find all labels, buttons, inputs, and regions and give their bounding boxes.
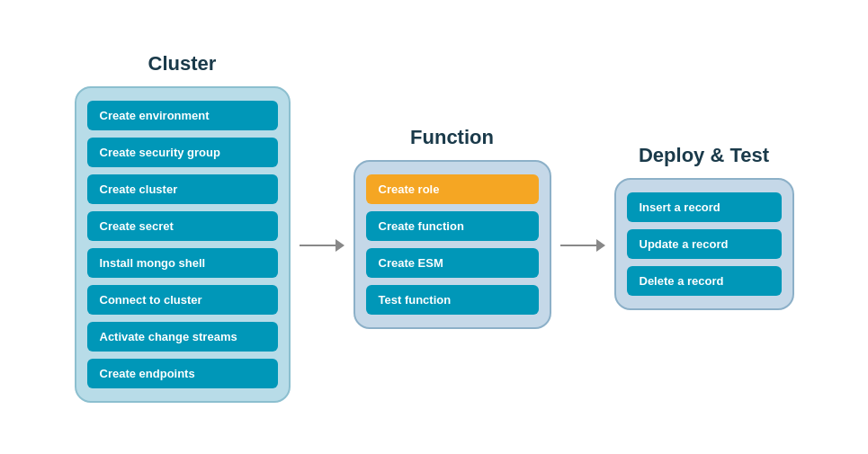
deploy-item-insert-record[interactable]: Insert a record — [627, 192, 782, 222]
arrow-1 — [300, 239, 345, 252]
cluster-item-create-environment[interactable]: Create environment — [87, 101, 278, 130]
arrow-line-2 — [560, 245, 596, 246]
cluster-column: Cluster Create environment Create securi… — [75, 52, 291, 403]
cluster-item-create-secret[interactable]: Create secret — [87, 211, 278, 241]
arrow-line-1 — [300, 245, 336, 246]
arrow-cluster-to-function — [291, 239, 353, 252]
cluster-item-connect-to-cluster[interactable]: Connect to cluster — [87, 285, 278, 315]
deploy-item-delete-record[interactable]: Delete a record — [627, 266, 782, 296]
arrow-head-2 — [596, 239, 605, 252]
cluster-item-install-mongo-shell[interactable]: Install mongo shell — [87, 248, 278, 278]
cluster-item-create-endpoints[interactable]: Create endpoints — [87, 359, 278, 388]
deploy-column: Deploy & Test Insert a record Update a r… — [614, 144, 794, 310]
deploy-title: Deploy & Test — [639, 144, 769, 167]
function-item-create-role[interactable]: Create role — [366, 174, 539, 204]
function-box: Create role Create function Create ESM T… — [353, 160, 551, 329]
function-item-create-esm[interactable]: Create ESM — [366, 248, 539, 278]
deploy-box: Insert a record Update a record Delete a… — [614, 178, 794, 310]
function-item-test-function[interactable]: Test function — [366, 285, 539, 315]
cluster-item-create-cluster[interactable]: Create cluster — [87, 174, 278, 204]
cluster-box: Create environment Create security group… — [75, 86, 291, 403]
function-item-create-function[interactable]: Create function — [366, 211, 539, 241]
arrow-function-to-deploy — [551, 239, 614, 252]
diagram: Cluster Create environment Create securi… — [57, 34, 812, 421]
function-title: Function — [410, 126, 494, 149]
deploy-item-update-record[interactable]: Update a record — [627, 229, 782, 259]
function-column: Function Create role Create function Cre… — [353, 126, 551, 329]
cluster-item-activate-change-streams[interactable]: Activate change streams — [87, 322, 278, 352]
arrow-head-1 — [336, 239, 345, 252]
cluster-title: Cluster — [148, 52, 217, 76]
arrow-2 — [560, 239, 605, 252]
cluster-item-create-security-group[interactable]: Create security group — [87, 138, 278, 167]
